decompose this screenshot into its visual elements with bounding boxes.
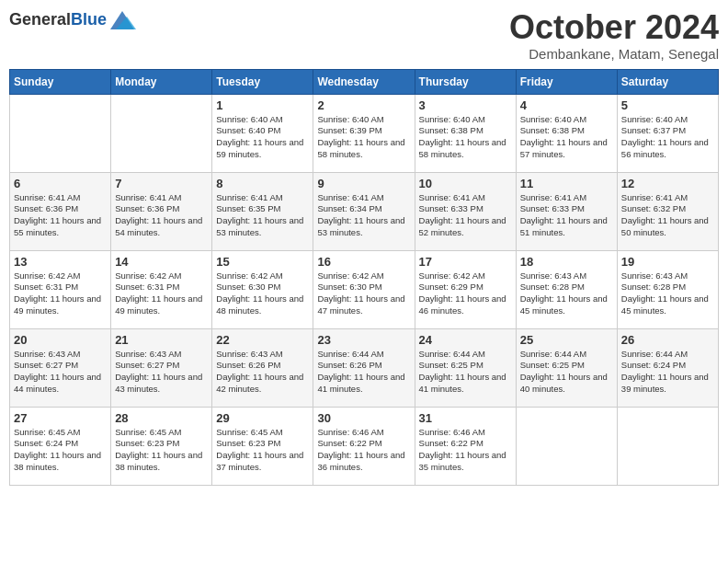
day-info: Sunrise: 6:44 AM Sunset: 6:24 PM Dayligh…: [621, 349, 714, 396]
week-row-3: 13Sunrise: 6:42 AM Sunset: 6:31 PM Dayli…: [10, 250, 719, 328]
day-info: Sunrise: 6:45 AM Sunset: 6:23 PM Dayligh…: [115, 427, 208, 474]
day-info: Sunrise: 6:42 AM Sunset: 6:30 PM Dayligh…: [317, 270, 410, 317]
day-number: 13: [14, 255, 107, 269]
calendar-cell: 10Sunrise: 6:41 AM Sunset: 6:33 PM Dayli…: [415, 172, 516, 250]
day-header-tuesday: Tuesday: [212, 69, 313, 94]
day-number: 19: [621, 255, 714, 269]
day-info: Sunrise: 6:45 AM Sunset: 6:24 PM Dayligh…: [14, 427, 107, 474]
day-number: 21: [115, 333, 208, 347]
day-header-saturday: Saturday: [617, 69, 718, 94]
day-number: 6: [14, 177, 107, 190]
week-row-4: 20Sunrise: 6:43 AM Sunset: 6:27 PM Dayli…: [10, 328, 719, 407]
day-number: 2: [317, 98, 410, 112]
calendar-cell: 9Sunrise: 6:41 AM Sunset: 6:34 PM Daylig…: [313, 172, 415, 250]
week-row-5: 27Sunrise: 6:45 AM Sunset: 6:24 PM Dayli…: [10, 407, 719, 485]
day-number: 17: [419, 255, 512, 269]
day-info: Sunrise: 6:40 AM Sunset: 6:40 PM Dayligh…: [216, 114, 309, 161]
day-number: 28: [115, 411, 208, 425]
calendar-cell: 29Sunrise: 6:45 AM Sunset: 6:23 PM Dayli…: [212, 407, 313, 485]
day-info: Sunrise: 6:44 AM Sunset: 6:25 PM Dayligh…: [419, 349, 512, 396]
calendar-cell: 23Sunrise: 6:44 AM Sunset: 6:26 PM Dayli…: [313, 328, 415, 407]
day-number: 15: [216, 255, 309, 269]
day-header-thursday: Thursday: [415, 69, 516, 94]
day-number: 9: [317, 177, 410, 190]
day-info: Sunrise: 6:45 AM Sunset: 6:23 PM Dayligh…: [216, 427, 309, 474]
calendar-cell: 25Sunrise: 6:44 AM Sunset: 6:25 PM Dayli…: [516, 328, 617, 407]
calendar-cell: 14Sunrise: 6:42 AM Sunset: 6:31 PM Dayli…: [111, 250, 212, 328]
day-info: Sunrise: 6:43 AM Sunset: 6:27 PM Dayligh…: [115, 349, 208, 396]
day-info: Sunrise: 6:42 AM Sunset: 6:29 PM Dayligh…: [419, 270, 512, 317]
day-number: 1: [216, 98, 309, 112]
day-number: 5: [621, 98, 714, 112]
day-number: 4: [520, 98, 613, 112]
day-info: Sunrise: 6:40 AM Sunset: 6:37 PM Dayligh…: [621, 114, 714, 161]
day-info: Sunrise: 6:41 AM Sunset: 6:35 PM Dayligh…: [216, 192, 309, 239]
day-number: 14: [115, 255, 208, 269]
calendar-cell: 1Sunrise: 6:40 AM Sunset: 6:40 PM Daylig…: [212, 94, 313, 172]
day-number: 8: [216, 177, 309, 190]
month-title: October 2024: [509, 9, 719, 46]
day-info: Sunrise: 6:42 AM Sunset: 6:31 PM Dayligh…: [14, 270, 107, 317]
day-info: Sunrise: 6:42 AM Sunset: 6:30 PM Dayligh…: [216, 270, 309, 317]
calendar-cell: 30Sunrise: 6:46 AM Sunset: 6:22 PM Dayli…: [313, 407, 415, 485]
calendar-cell: 26Sunrise: 6:44 AM Sunset: 6:24 PM Dayli…: [617, 328, 718, 407]
calendar-cell: 15Sunrise: 6:42 AM Sunset: 6:30 PM Dayli…: [212, 250, 313, 328]
day-number: 11: [520, 177, 613, 190]
calendar-cell: 5Sunrise: 6:40 AM Sunset: 6:37 PM Daylig…: [617, 94, 718, 172]
day-header-friday: Friday: [516, 69, 617, 94]
day-number: 3: [419, 98, 512, 112]
logo-blue: Blue: [71, 10, 107, 29]
day-info: Sunrise: 6:43 AM Sunset: 6:28 PM Dayligh…: [621, 270, 714, 317]
day-info: Sunrise: 6:43 AM Sunset: 6:27 PM Dayligh…: [14, 349, 107, 396]
calendar-cell: 27Sunrise: 6:45 AM Sunset: 6:24 PM Dayli…: [10, 407, 111, 485]
day-number: 30: [317, 411, 410, 425]
day-info: Sunrise: 6:44 AM Sunset: 6:25 PM Dayligh…: [520, 349, 613, 396]
day-number: 29: [216, 411, 309, 425]
calendar-cell: 6Sunrise: 6:41 AM Sunset: 6:36 PM Daylig…: [10, 172, 111, 250]
day-info: Sunrise: 6:44 AM Sunset: 6:26 PM Dayligh…: [317, 349, 410, 396]
location: Dembankane, Matam, Senegal: [509, 46, 719, 62]
calendar-cell: [516, 407, 617, 485]
day-number: 26: [621, 333, 714, 347]
calendar-cell: 31Sunrise: 6:46 AM Sunset: 6:22 PM Dayli…: [415, 407, 516, 485]
day-info: Sunrise: 6:43 AM Sunset: 6:26 PM Dayligh…: [216, 349, 309, 396]
day-header-sunday: Sunday: [10, 69, 111, 94]
calendar-cell: 8Sunrise: 6:41 AM Sunset: 6:35 PM Daylig…: [212, 172, 313, 250]
day-info: Sunrise: 6:41 AM Sunset: 6:36 PM Dayligh…: [115, 192, 208, 239]
calendar-cell: 2Sunrise: 6:40 AM Sunset: 6:39 PM Daylig…: [313, 94, 415, 172]
calendar-cell: 13Sunrise: 6:42 AM Sunset: 6:31 PM Dayli…: [10, 250, 111, 328]
page-header: GeneralBlue October 2024 Dembankane, Mat…: [9, 9, 719, 62]
day-info: Sunrise: 6:41 AM Sunset: 6:34 PM Dayligh…: [317, 192, 410, 239]
logo-general: General: [9, 10, 71, 29]
day-number: 18: [520, 255, 613, 269]
calendar-header-row: SundayMondayTuesdayWednesdayThursdayFrid…: [10, 69, 719, 94]
day-number: 23: [317, 333, 410, 347]
calendar-cell: 17Sunrise: 6:42 AM Sunset: 6:29 PM Dayli…: [415, 250, 516, 328]
calendar-cell: 21Sunrise: 6:43 AM Sunset: 6:27 PM Dayli…: [111, 328, 212, 407]
day-number: 7: [115, 177, 208, 190]
calendar-cell: 22Sunrise: 6:43 AM Sunset: 6:26 PM Dayli…: [212, 328, 313, 407]
day-info: Sunrise: 6:46 AM Sunset: 6:22 PM Dayligh…: [419, 427, 512, 474]
calendar-cell: 18Sunrise: 6:43 AM Sunset: 6:28 PM Dayli…: [516, 250, 617, 328]
day-number: 27: [14, 411, 107, 425]
calendar-table: SundayMondayTuesdayWednesdayThursdayFrid…: [9, 69, 719, 486]
week-row-1: 1Sunrise: 6:40 AM Sunset: 6:40 PM Daylig…: [10, 94, 719, 172]
calendar-cell: 28Sunrise: 6:45 AM Sunset: 6:23 PM Dayli…: [111, 407, 212, 485]
day-number: 24: [419, 333, 512, 347]
calendar-cell: 16Sunrise: 6:42 AM Sunset: 6:30 PM Dayli…: [313, 250, 415, 328]
day-number: 20: [14, 333, 107, 347]
calendar-cell: 4Sunrise: 6:40 AM Sunset: 6:38 PM Daylig…: [516, 94, 617, 172]
logo: GeneralBlue: [9, 9, 134, 29]
calendar-cell: [10, 94, 111, 172]
calendar-cell: [111, 94, 212, 172]
logo-icon: [108, 9, 134, 29]
day-number: 22: [216, 333, 309, 347]
day-info: Sunrise: 6:41 AM Sunset: 6:33 PM Dayligh…: [520, 192, 613, 239]
calendar-cell: 20Sunrise: 6:43 AM Sunset: 6:27 PM Dayli…: [10, 328, 111, 407]
day-info: Sunrise: 6:40 AM Sunset: 6:38 PM Dayligh…: [419, 114, 512, 161]
calendar-cell: 11Sunrise: 6:41 AM Sunset: 6:33 PM Dayli…: [516, 172, 617, 250]
calendar-cell: [617, 407, 718, 485]
day-info: Sunrise: 6:43 AM Sunset: 6:28 PM Dayligh…: [520, 270, 613, 317]
calendar-cell: 3Sunrise: 6:40 AM Sunset: 6:38 PM Daylig…: [415, 94, 516, 172]
day-info: Sunrise: 6:40 AM Sunset: 6:39 PM Dayligh…: [317, 114, 410, 161]
